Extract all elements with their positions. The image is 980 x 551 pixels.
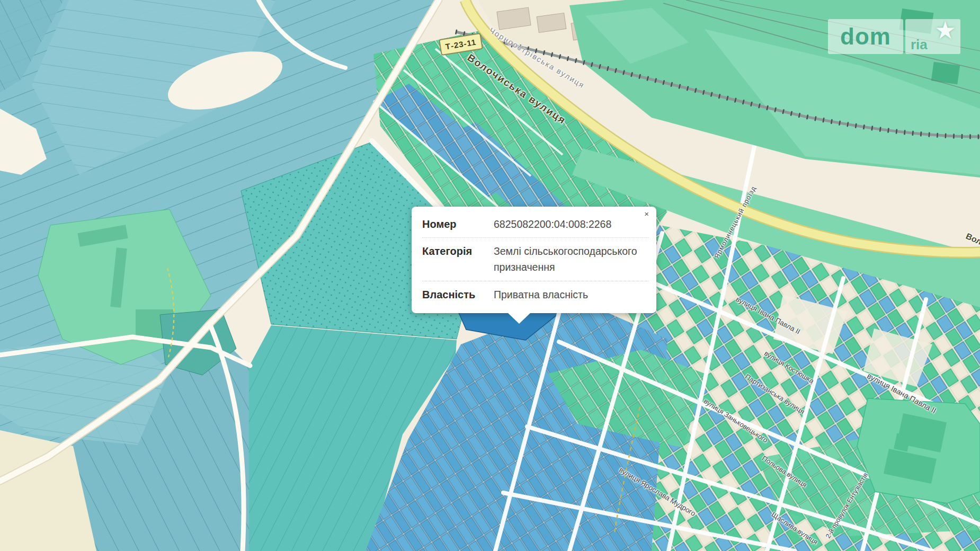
ria-logo-text: ria (911, 37, 928, 53)
watermark-dom: dom (828, 19, 903, 54)
popup-row-category: Категорія Землі сільськогосподарського п… (412, 238, 656, 280)
popup-close-icon[interactable]: × (644, 210, 649, 218)
popup-row-number: Номер 6825082200:04:008:2268 (412, 211, 656, 237)
popup-value-ownership: Приватна власність (494, 287, 644, 303)
popup-value-number: 6825082200:04:008:2268 (494, 216, 644, 232)
popup-row-ownership: Власність Приватна власність (412, 281, 656, 308)
popup-label-category: Категорія (422, 243, 494, 275)
popup-label-number: Номер (422, 216, 494, 232)
popup-value-category: Землі сільськогосподарського призначення (494, 243, 644, 275)
dom-logo-text: dom (840, 23, 891, 50)
ria-star-icon: ★ (934, 16, 956, 45)
parcel-info-popup: × Номер 6825082200:04:008:2268 Категорія… (412, 207, 656, 313)
popup-label-ownership: Власність (422, 287, 494, 303)
popup-tail-pointer (508, 313, 530, 324)
cadastral-map-page: Т-23-11 Чорноострівська вулиця Волочиськ… (0, 0, 980, 551)
watermark-ria: ★ ria (905, 19, 960, 54)
